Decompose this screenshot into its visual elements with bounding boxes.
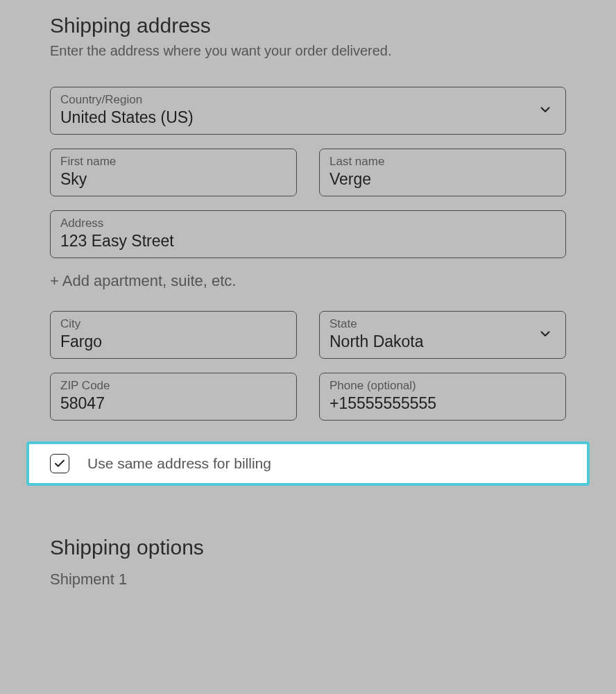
phone-label: Phone (optional) — [330, 379, 556, 393]
address-label: Address — [60, 217, 556, 230]
same-billing-checkbox[interactable] — [50, 454, 69, 473]
state-select[interactable]: State North Dakota — [319, 311, 566, 359]
address-field[interactable]: Address — [50, 210, 566, 258]
same-billing-label: Use same address for billing — [87, 455, 271, 472]
same-billing-row: Use same address for billing — [26, 441, 590, 486]
zip-input[interactable] — [60, 394, 286, 413]
chevron-down-icon — [538, 102, 553, 120]
last-name-field[interactable]: Last name — [319, 149, 566, 196]
phone-field[interactable]: Phone (optional) — [319, 373, 566, 421]
shipping-options-title: Shipping options — [50, 536, 566, 559]
shipping-address-title: Shipping address — [50, 14, 566, 37]
first-name-label: First name — [60, 155, 286, 169]
zip-label: ZIP Code — [60, 379, 286, 393]
shipping-address-subtitle: Enter the address where you want your or… — [50, 43, 566, 59]
city-label: City — [60, 317, 286, 331]
last-name-input[interactable] — [330, 170, 556, 189]
first-name-input[interactable] — [60, 170, 286, 189]
phone-input[interactable] — [330, 394, 556, 413]
chevron-down-icon — [538, 326, 553, 344]
first-name-field[interactable]: First name — [50, 149, 297, 196]
city-input[interactable] — [60, 332, 286, 351]
state-label: State — [330, 317, 556, 331]
zip-field[interactable]: ZIP Code — [50, 373, 297, 421]
city-field[interactable]: City — [50, 311, 297, 359]
country-value: United States (US) — [60, 108, 556, 127]
last-name-label: Last name — [330, 155, 556, 169]
add-apartment-link[interactable]: + Add apartment, suite, etc. — [50, 272, 566, 290]
country-select[interactable]: Country/Region United States (US) — [50, 87, 566, 135]
check-icon — [53, 457, 66, 470]
state-value: North Dakota — [330, 332, 556, 351]
country-label: Country/Region — [60, 93, 556, 107]
shipment-label: Shipment 1 — [50, 570, 566, 589]
address-input[interactable] — [60, 232, 556, 251]
